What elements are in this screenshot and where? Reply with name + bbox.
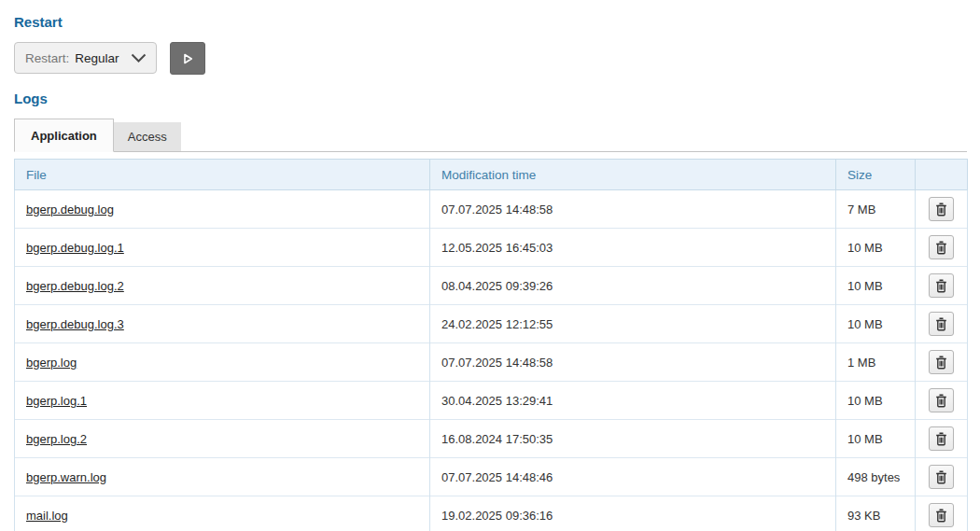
table-row: bgerp.warn.log 07.07.2025 14:48:46 498 b… [15,458,968,496]
file-link[interactable]: bgerp.debug.log [26,203,114,217]
delete-button[interactable] [929,197,954,221]
table-header-row: File Modification time Size [15,160,968,190]
restart-dropdown-value: Regular [75,51,119,65]
table-row: bgerp.log 07.07.2025 14:48:58 1 MB [15,343,968,382]
column-header-actions [916,160,968,190]
trash-icon [935,470,947,484]
mtime-cell: 07.07.2025 14:48:58 [430,190,836,229]
table-row: bgerp.debug.log.2 08.04.2025 09:39:26 10… [15,267,968,305]
trash-icon [935,356,947,370]
size-cell: 1 MB [836,343,916,382]
trash-icon [935,279,947,293]
column-header-size: Size [836,160,916,190]
logs-tabbar: Application Access [14,119,967,152]
column-header-file: File [15,160,430,190]
play-icon [180,51,195,66]
mtime-cell: 24.02.2025 12:12:55 [430,305,836,343]
mtime-cell: 07.07.2025 14:48:58 [430,343,836,382]
tab-access[interactable]: Access [114,122,181,151]
mtime-cell: 08.04.2025 09:39:26 [430,267,836,305]
file-link[interactable]: mail.log [26,509,68,523]
column-header-mtime: Modification time [430,160,836,190]
table-row: bgerp.log.2 16.08.2024 17:50:35 10 MB [15,420,968,458]
action-cell [916,420,968,458]
delete-button[interactable] [929,426,954,451]
size-cell: 498 bytes [836,458,916,496]
size-cell: 10 MB [836,305,916,343]
file-cell: bgerp.log.2 [15,420,430,458]
file-cell: mail.log [15,496,430,531]
file-link[interactable]: bgerp.debug.log.1 [26,241,124,255]
trash-icon [935,203,947,217]
table-row: bgerp.debug.log 07.07.2025 14:48:58 7 MB [15,190,968,229]
size-cell: 10 MB [836,420,916,458]
trash-icon [935,509,947,523]
table-row: bgerp.debug.log.1 12.05.2025 16:45:03 10… [15,229,968,267]
delete-button[interactable] [929,465,954,489]
file-link[interactable]: bgerp.log [26,356,77,370]
delete-button[interactable] [929,503,954,527]
table-row: bgerp.log.1 30.04.2025 13:29:41 10 MB [15,382,968,420]
action-cell [916,343,968,382]
file-cell: bgerp.log [15,343,430,382]
file-cell: bgerp.debug.log [15,190,430,229]
mtime-cell: 16.08.2024 17:50:35 [430,420,836,458]
chevron-down-icon [131,53,147,63]
file-cell: bgerp.warn.log [15,458,430,496]
log-files-table: File Modification time Size bgerp.debug.… [14,159,968,531]
size-cell: 93 KB [836,496,916,531]
action-cell [916,458,968,496]
file-link[interactable]: bgerp.warn.log [26,470,106,484]
trash-icon [935,394,947,408]
size-cell: 7 MB [836,190,916,229]
action-cell [916,267,968,305]
restart-section-title: Restart [14,14,967,30]
mtime-cell: 19.02.2025 09:36:16 [430,496,836,531]
table-row: bgerp.debug.log.3 24.02.2025 12:12:55 10… [15,305,968,343]
delete-button[interactable] [929,312,954,336]
action-cell [916,382,968,420]
action-cell [916,229,968,267]
action-cell [916,305,968,343]
mtime-cell: 07.07.2025 14:48:46 [430,458,836,496]
restart-controls: Restart: Regular [14,42,967,75]
file-link[interactable]: bgerp.debug.log.3 [26,317,124,331]
logs-section-title: Logs [14,91,967,106]
tab-application[interactable]: Application [14,119,114,152]
delete-button[interactable] [929,350,954,374]
file-cell: bgerp.debug.log.2 [15,267,430,305]
mtime-cell: 12.05.2025 16:45:03 [430,229,836,267]
trash-icon [935,432,947,446]
file-link[interactable]: bgerp.log.2 [26,432,87,446]
trash-icon [935,241,947,255]
file-cell: bgerp.debug.log.1 [15,229,430,267]
action-cell [916,496,968,531]
restart-run-button[interactable] [170,42,205,75]
file-cell: bgerp.debug.log.3 [15,305,430,343]
file-cell: bgerp.log.1 [15,382,430,420]
restart-dropdown-label: Restart: [25,51,69,65]
size-cell: 10 MB [836,229,916,267]
delete-button[interactable] [929,388,954,412]
page: Restart Restart: Regular Logs Applicatio… [0,0,980,531]
trash-icon [935,317,947,331]
file-link[interactable]: bgerp.debug.log.2 [26,279,124,293]
size-cell: 10 MB [836,267,916,305]
restart-mode-dropdown[interactable]: Restart: Regular [14,42,157,74]
size-cell: 10 MB [836,382,916,420]
action-cell [916,190,968,229]
mtime-cell: 30.04.2025 13:29:41 [430,382,836,420]
log-table-body: bgerp.debug.log 07.07.2025 14:48:58 7 MB… [15,190,968,531]
delete-button[interactable] [929,273,954,298]
table-row: mail.log 19.02.2025 09:36:16 93 KB [15,496,968,531]
delete-button[interactable] [929,235,954,259]
file-link[interactable]: bgerp.log.1 [26,394,87,408]
